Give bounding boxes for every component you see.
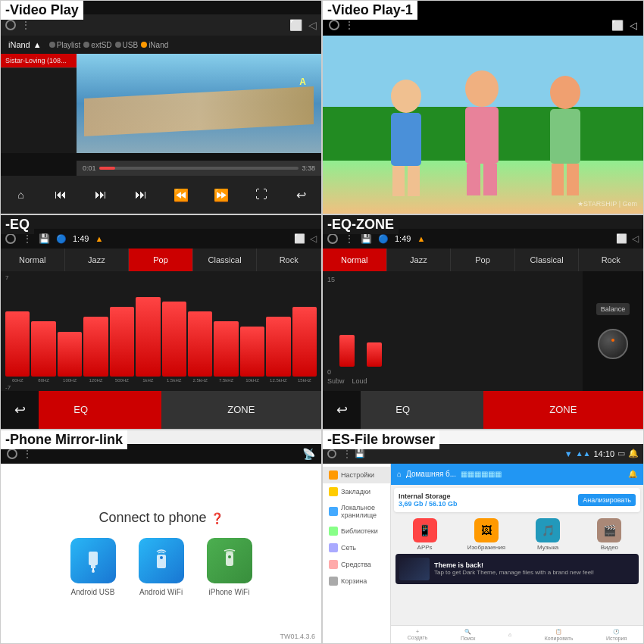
home-es-button[interactable]: ⌂ [508,632,511,637]
music-item[interactable]: 🎵 Музыка [519,518,577,551]
es-menu-dots[interactable]: ⋮ [342,449,352,459]
bar-fill-1 [5,311,30,376]
zone-window-icon[interactable]: ⬜ [616,233,627,244]
eq-topbar: ⋮ 💾 🔵 1:49 ▲ ⬜ ◁ [1,229,321,249]
es-sidebar-trash[interactable]: Корзина [323,573,390,589]
next-button[interactable]: ⏭ [130,184,152,205]
progress-track[interactable] [99,167,299,170]
marker-a: A [299,77,306,87]
eq-back-icon[interactable]: ◁ [310,233,317,244]
eq-zone-home-icon[interactable] [327,233,338,244]
dropdown-arrow: ▲ [33,40,42,49]
es-sidebar-settings[interactable]: Настройки [323,467,390,483]
history-button[interactable]: 🕐 История [606,629,627,641]
back-button[interactable]: ↩ [291,184,312,205]
playlist-source[interactable]: Playlist [49,41,81,49]
bar-fill-5 [110,307,134,377]
preset-classical[interactable]: Classical [193,249,258,271]
menu-dots1-icon[interactable]: ⋮ [344,19,355,31]
preset-rock[interactable]: Rock [257,249,321,271]
eq-title: -EQ [1,215,34,234]
usb-source[interactable]: USB [115,41,139,49]
copy-label: Копировать [545,636,574,641]
rewind-button[interactable]: ⏪ [170,184,192,205]
video-item[interactable]: 🎬 Видео [580,518,639,551]
inand-source[interactable]: iNand [141,41,168,49]
create-button[interactable]: + Создать [408,629,428,640]
window-icon[interactable]: ⬜ [289,19,302,31]
balance-button[interactable]: Balance [596,303,630,315]
eq-save-icon[interactable]: 💾 [39,233,50,244]
balance-knob[interactable] [598,329,628,359]
phone-menu-dots[interactable]: ⋮ [22,448,33,460]
playlist-item-1[interactable]: Sistar-Loving (108... [1,54,77,68]
zone-preset-normal[interactable]: Normal [323,249,387,271]
home-button[interactable]: ⌂ [10,184,31,205]
back-icon[interactable]: ◁ [308,19,317,31]
es-save-icon[interactable]: 💾 [355,449,365,458]
eq-menu-dots[interactable]: ⋮ [22,233,33,245]
back1-icon[interactable]: ◁ [630,20,637,31]
search-button[interactable]: 🔍 Поиск [461,629,475,641]
eq-window-icon[interactable]: ⬜ [294,233,305,244]
zone-preset-jazz[interactable]: Jazz [387,249,452,271]
preset-jazz[interactable]: Jazz [65,249,130,271]
freq-125khz: 12.5kHZ [270,378,287,383]
zone-zone-tab[interactable]: ZONE [483,391,644,429]
window1-icon[interactable]: ⬜ [611,20,624,31]
zone-tab-button[interactable]: ZONE [161,391,322,429]
progress-fill [99,167,115,170]
eq-zone-save-icon[interactable]: 💾 [361,233,372,244]
inand-dot [141,42,147,48]
svg-point-19 [228,555,231,558]
window-controls: ⬜ ◁ [289,19,317,31]
zone-preset-pop[interactable]: Pop [451,249,515,271]
images-item[interactable]: 🖼 Изображения [457,518,515,551]
freq-100hz: 100HZ [63,378,77,383]
es-header-notif: 🔔 [628,470,637,478]
eq-zone-back-button[interactable]: ↩ [323,391,361,429]
iphone-wifi-icon[interactable] [207,538,252,583]
zone-back-icon[interactable]: ◁ [632,233,639,244]
forward-button[interactable]: ⏩ [211,184,232,205]
progress-bar: 0:01 3:38 [77,161,321,176]
eq-scale-bottom: -7 [5,384,317,391]
eq-back-button[interactable]: ↩ [1,391,39,429]
connect-help-icon[interactable]: ❓ [211,512,224,524]
android-wifi-icon[interactable] [139,538,184,583]
es-sidebar-libraries[interactable]: Библиотеки [323,523,390,539]
eq-bar-3: 100HZ [58,283,82,382]
apps-label: APPs [417,544,433,551]
es-sidebar-local[interactable]: Локальное хранилище [323,500,390,523]
home-circle-icon[interactable] [5,20,16,30]
cast-icon[interactable]: 📡 [302,448,315,460]
eq-zone-menu-dots[interactable]: ⋮ [344,233,355,245]
music-icon: 🎵 [536,518,560,542]
svg-rect-18 [226,552,233,566]
copy-button[interactable]: 📋 Копировать [545,629,574,641]
preset-pop[interactable]: Pop [129,249,193,271]
es-home-icon[interactable] [327,449,336,458]
android-usb-icon[interactable] [70,538,116,583]
svg-point-4 [465,70,499,107]
home-circle1-icon[interactable] [329,20,339,30]
phone-home-icon[interactable] [7,449,17,459]
inand-dropdown[interactable]: iNand ▲ [4,39,46,51]
es-sidebar-bookmarks[interactable]: Закладки [323,483,390,500]
svg-rect-9 [550,109,580,164]
analyze-button[interactable]: Анализировать [578,494,636,506]
eq-bar-7: 1.5kHZ [162,283,186,382]
eq-home-icon[interactable] [5,233,16,244]
zone-preset-classical[interactable]: Classical [515,249,580,271]
menu-dots-icon[interactable]: ⋮ [20,19,31,31]
fullscreen-button[interactable]: ⛶ [251,184,272,205]
prev-track-button[interactable]: ⏮ [50,184,71,205]
es-sidebar-tools[interactable]: Средства [323,556,390,573]
network-sidebar-icon [329,543,338,552]
zone-preset-rock[interactable]: Rock [579,249,643,271]
extsd-source[interactable]: extSD [83,41,111,49]
preset-normal[interactable]: Normal [1,249,65,271]
es-sidebar-network[interactable]: Сеть [323,539,390,556]
prev-button[interactable]: ⏭ [90,184,111,205]
apps-item[interactable]: 📱 APPs [395,518,454,551]
